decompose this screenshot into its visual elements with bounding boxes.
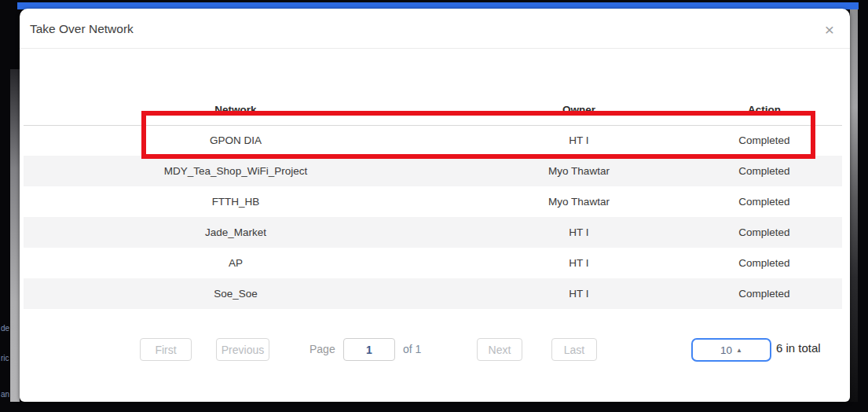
- total-count-label: 6 in total: [776, 341, 821, 355]
- page-label: Page: [309, 343, 335, 355]
- cell-network: FTTH_HB: [24, 186, 448, 217]
- column-header-owner: Owner: [448, 95, 710, 125]
- next-page-button[interactable]: Next: [477, 338, 522, 361]
- pagination-bar: First Previous Page of 1 Next Last 10 ▲ …: [20, 338, 850, 365]
- cell-action: Completed: [710, 186, 842, 217]
- table-row: AP HT I Completed: [24, 248, 842, 278]
- screenshot-frame: de ric an Take Over Network × Network Ow…: [0, 0, 868, 412]
- networks-table: Network Owner Action GPON DIA HT I Compl…: [24, 95, 842, 309]
- table-header-row: Network Owner Action: [24, 95, 842, 125]
- cell-action: Completed: [710, 248, 842, 278]
- close-icon[interactable]: ×: [825, 21, 834, 38]
- first-page-button[interactable]: First: [140, 338, 192, 361]
- cell-network: MDY_Tea_Shop_WiFi_Project: [24, 156, 448, 186]
- last-page-button[interactable]: Last: [551, 338, 597, 361]
- table-row: GPON DIA HT I Completed: [24, 125, 842, 156]
- cell-action: Completed: [710, 217, 842, 248]
- total-pages-label: of 1: [403, 343, 421, 355]
- cell-network: GPON DIA: [24, 125, 448, 156]
- cell-network: AP: [24, 248, 448, 278]
- cell-network: Jade_Market: [24, 217, 448, 248]
- background-text-fragment: ric: [1, 354, 9, 362]
- cell-action: Completed: [710, 278, 842, 309]
- modal-title: Take Over Network: [30, 22, 134, 36]
- previous-page-button[interactable]: Previous: [216, 338, 269, 361]
- background-text-fragment: an: [1, 390, 9, 399]
- modal-header: Take Over Network ×: [20, 9, 850, 49]
- background-scrollbar-strip: [850, 9, 858, 402]
- cell-owner: HT I: [448, 125, 710, 156]
- chevron-up-icon: ▲: [736, 347, 742, 354]
- table-row: MDY_Tea_Shop_WiFi_Project Myo Thawtar Co…: [24, 156, 842, 186]
- background-text-fragment: de: [1, 324, 9, 333]
- page-number-input[interactable]: [343, 338, 395, 361]
- cell-owner: HT I: [448, 278, 710, 309]
- cell-action: Completed: [710, 156, 842, 186]
- page-size-value: 10: [720, 344, 732, 356]
- table-row: Soe_Soe HT I Completed: [24, 278, 842, 309]
- table-row: Jade_Market HT I Completed: [24, 217, 842, 248]
- cell-owner: HT I: [448, 248, 710, 278]
- cell-owner: Myo Thawtar: [448, 156, 710, 186]
- take-over-network-modal: Take Over Network × Network Owner Action…: [20, 9, 850, 402]
- column-header-network: Network: [24, 95, 448, 125]
- cell-owner: HT I: [448, 217, 710, 248]
- cell-owner: Myo Thawtar: [448, 186, 710, 217]
- page-size-select[interactable]: 10 ▲: [691, 338, 771, 362]
- table-row: FTTH_HB Myo Thawtar Completed: [24, 186, 842, 217]
- column-header-action: Action: [710, 95, 842, 125]
- cell-network: Soe_Soe: [24, 278, 448, 309]
- background-left-shadow: [10, 69, 20, 402]
- cell-action: Completed: [710, 125, 842, 156]
